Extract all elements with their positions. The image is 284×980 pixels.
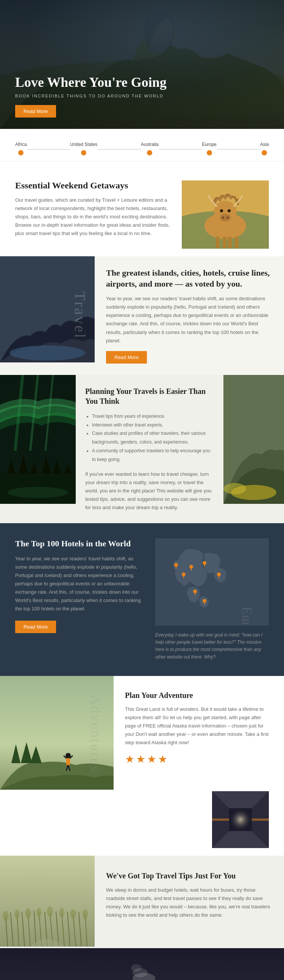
- svg-point-86: [14, 910, 20, 919]
- svg-point-18: [10, 345, 85, 361]
- svg-point-56: [65, 753, 71, 758]
- adventure-stars: ★★★★: [125, 753, 273, 765]
- hero-subtitle: BOOK INCREDIBLE THINGS TO DO AROUND THE …: [15, 94, 269, 98]
- grass-field-illustration-icon: [0, 856, 95, 947]
- viaduct-illustration-icon: [0, 948, 284, 980]
- voted-cta-button[interactable]: Read More: [106, 351, 147, 364]
- nav-label-asia: Asia: [260, 142, 269, 147]
- top100-title: The Top 100 Hotels in the World: [15, 538, 144, 549]
- weekend-section: Essential Weekend Getaways Our travel gu…: [0, 162, 284, 256]
- destination-nav: Africa United States Australia Europe As…: [0, 129, 284, 162]
- svg-point-85: [3, 911, 9, 922]
- weekend-body: Our travel guides, which are curated by …: [15, 196, 170, 238]
- hero-title: Love Where You're Going: [15, 74, 269, 91]
- weekend-text: Essential Weekend Getaways Our travel gu…: [15, 180, 170, 249]
- planning-title: Planning Your Travels is Easier Than You…: [85, 386, 214, 406]
- nav-stop-australia[interactable]: Australia: [141, 142, 159, 156]
- svg-text:Europe: Europe: [239, 606, 254, 625]
- planning-body: If you've ever wanted to learn how to tr…: [85, 470, 214, 512]
- nav-line-1: [27, 149, 70, 150]
- nav-label-europe: Europe: [202, 142, 217, 147]
- weekend-title: Essential Weekend Getaways: [15, 180, 170, 191]
- planning-section: Planning Your Travels is Easier Than You…: [0, 375, 284, 523]
- nav-line-3: [159, 149, 202, 150]
- mountain-image: [224, 375, 284, 523]
- weekend-image-container: [182, 180, 269, 249]
- top100-quote: Everyday I wake up with one goal in mind…: [155, 632, 269, 661]
- nav-stop-africa[interactable]: Africa: [15, 142, 27, 156]
- mountain-illustration-icon: [224, 375, 284, 504]
- voted-body: Year to year, we see our readers' travel…: [106, 294, 273, 345]
- tips-body: We sleep in dorms and budget hotels, wai…: [106, 886, 273, 920]
- top100-cta-button[interactable]: Read More: [15, 620, 56, 633]
- cow-illustration-icon: [182, 180, 269, 249]
- svg-point-11: [227, 216, 229, 219]
- nav-line-2: [97, 149, 141, 150]
- nav-label-us: United States: [70, 142, 97, 147]
- adventure-inner: Adventures Plan Your Adventure This Grea…: [0, 676, 284, 791]
- adventure-section: Adventures Plan Your Adventure This Grea…: [0, 676, 284, 856]
- svg-point-87: [25, 908, 31, 918]
- svg-point-91: [70, 910, 76, 919]
- tips-image-container: [0, 856, 95, 948]
- voted-content: The greatest islands, cities, hotels, cr…: [95, 256, 284, 375]
- planning-content: Planning Your Travels is Easier Than You…: [76, 375, 224, 523]
- nav-dot-africa: [18, 150, 24, 156]
- bullet-1: Travel tips from years of experience.: [92, 412, 214, 421]
- hero-content: Love Where You're Going BOOK INCREDIBLE …: [15, 74, 269, 118]
- voted-title: The greatest islands, cities, hotels, cr…: [106, 268, 273, 289]
- svg-point-9: [220, 214, 231, 221]
- svg-rect-66: [212, 818, 229, 821]
- travel-voted-section: Travel The greatest islands, cities, hot…: [0, 256, 284, 375]
- nav-dot-us: [81, 150, 86, 156]
- nav-stop-us[interactable]: United States: [70, 142, 97, 156]
- tunnel-image: [212, 791, 269, 848]
- top100-section: The Top 100 Hotels in the World Year to …: [0, 523, 284, 676]
- nav-dot-asia: [262, 150, 267, 156]
- aurora-image: [0, 375, 76, 523]
- svg-point-104: [131, 964, 142, 972]
- top100-body: Year to year, we see our readers' travel…: [15, 555, 144, 613]
- adventures-watermark: Adventures: [87, 695, 104, 772]
- svg-point-89: [47, 907, 53, 917]
- svg-rect-12: [216, 237, 220, 248]
- nav-dot-europe: [207, 150, 212, 156]
- svg-point-65: [229, 808, 252, 831]
- adventure-content: Plan Your Adventure This Great Land is f…: [114, 676, 284, 791]
- europe-map: Europe: [155, 538, 269, 625]
- nav-line-4: [217, 149, 260, 150]
- svg-rect-13: [223, 237, 227, 248]
- europe-map-container: Europe Everyday I wake up with one goal …: [155, 538, 269, 661]
- tunnel-illustration-icon: [212, 791, 269, 848]
- nav-stop-asia[interactable]: Asia: [260, 142, 269, 156]
- adventure-title: Plan Your Adventure: [125, 691, 273, 700]
- aurora-illustration-icon: [0, 375, 76, 504]
- tips-content: We've Got Top Travel Tips Just For You W…: [95, 856, 284, 948]
- nav-label-australia: Australia: [141, 142, 159, 147]
- travel-watermark: Travel: [71, 291, 89, 340]
- footer-bridge-image: [0, 948, 284, 980]
- svg-point-10: [222, 216, 224, 219]
- hero-cta-button[interactable]: Read More: [15, 105, 56, 118]
- europe-map-icon: Europe: [155, 538, 269, 625]
- svg-point-88: [36, 908, 42, 917]
- rocky-landscape-image: Travel: [0, 256, 95, 375]
- svg-point-90: [59, 908, 64, 918]
- tips-section: We've Got Top Travel Tips Just For You W…: [0, 856, 284, 948]
- svg-point-30: [8, 487, 68, 498]
- bullet-3: Case studies and profiles of other trave…: [92, 429, 214, 447]
- svg-rect-14: [228, 237, 232, 248]
- tunnel-image-container: [0, 791, 284, 856]
- bullet-4: A community of supportive travelers to h…: [92, 447, 214, 464]
- top100-content: The Top 100 Hotels in the World Year to …: [15, 538, 144, 633]
- svg-point-7: [220, 209, 223, 212]
- bullet-2: Interviews with other travel experts.: [92, 421, 214, 430]
- svg-rect-62: [66, 758, 70, 765]
- highland-cow-image: [182, 180, 269, 249]
- nav-label-africa: Africa: [15, 142, 27, 147]
- adventure-body: This Great Land is full of wonders. But …: [125, 705, 273, 747]
- planning-bullets: Travel tips from years of experience. In…: [85, 412, 214, 464]
- nav-stop-europe[interactable]: Europe: [202, 142, 217, 156]
- svg-point-8: [228, 209, 231, 212]
- svg-point-34: [224, 483, 246, 494]
